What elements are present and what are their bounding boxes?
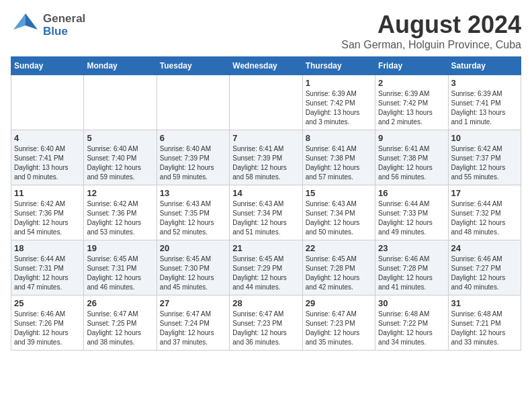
day-info: Sunrise: 6:47 AM Sunset: 7:23 PM Dayligh…	[232, 310, 299, 347]
day-number: 14	[232, 188, 299, 198]
day-number: 12	[87, 188, 153, 198]
day-number: 29	[306, 298, 372, 308]
day-info: Sunrise: 6:41 AM Sunset: 7:39 PM Dayligh…	[232, 144, 299, 182]
day-number: 3	[451, 78, 518, 88]
calendar-cell: 17Sunrise: 6:44 AM Sunset: 7:32 PM Dayli…	[448, 185, 521, 240]
day-number: 6	[160, 133, 226, 143]
day-info: Sunrise: 6:39 AM Sunset: 7:41 PM Dayligh…	[451, 89, 518, 127]
day-info: Sunrise: 6:46 AM Sunset: 7:27 PM Dayligh…	[451, 255, 518, 292]
logo-icon	[11, 11, 40, 40]
day-info: Sunrise: 6:40 AM Sunset: 7:40 PM Dayligh…	[87, 144, 153, 182]
page-header: General Blue August 2024 San German, Hol…	[11, 11, 521, 51]
day-number: 30	[378, 298, 445, 308]
day-info: Sunrise: 6:46 AM Sunset: 7:26 PM Dayligh…	[14, 310, 81, 347]
day-info: Sunrise: 6:43 AM Sunset: 7:34 PM Dayligh…	[306, 199, 372, 237]
day-info: Sunrise: 6:45 AM Sunset: 7:30 PM Dayligh…	[160, 255, 226, 292]
subtitle: San German, Holguin Province, Cuba	[341, 39, 521, 51]
calendar-cell	[84, 75, 157, 130]
calendar-cell: 20Sunrise: 6:45 AM Sunset: 7:30 PM Dayli…	[157, 240, 229, 295]
day-info: Sunrise: 6:46 AM Sunset: 7:28 PM Dayligh…	[378, 255, 445, 292]
calendar-cell: 10Sunrise: 6:42 AM Sunset: 7:37 PM Dayli…	[448, 130, 521, 185]
day-number: 26	[87, 298, 153, 308]
day-number: 8	[306, 133, 372, 143]
week-row-1: 1Sunrise: 6:39 AM Sunset: 7:42 PM Daylig…	[11, 75, 521, 130]
calendar-cell	[157, 75, 229, 130]
day-number: 2	[378, 78, 445, 88]
calendar-cell	[230, 75, 302, 130]
day-number: 20	[160, 243, 226, 253]
day-info: Sunrise: 6:45 AM Sunset: 7:28 PM Dayligh…	[306, 255, 372, 292]
day-number: 4	[14, 133, 81, 143]
day-info: Sunrise: 6:41 AM Sunset: 7:38 PM Dayligh…	[378, 144, 445, 182]
day-info: Sunrise: 6:41 AM Sunset: 7:38 PM Dayligh…	[306, 144, 372, 182]
day-number: 25	[14, 298, 81, 308]
calendar-cell: 22Sunrise: 6:45 AM Sunset: 7:28 PM Dayli…	[302, 240, 375, 295]
day-info: Sunrise: 6:40 AM Sunset: 7:39 PM Dayligh…	[160, 144, 226, 182]
day-info: Sunrise: 6:43 AM Sunset: 7:35 PM Dayligh…	[160, 199, 226, 237]
header-monday: Monday	[84, 57, 157, 75]
day-info: Sunrise: 6:40 AM Sunset: 7:41 PM Dayligh…	[14, 144, 81, 182]
day-info: Sunrise: 6:44 AM Sunset: 7:31 PM Dayligh…	[14, 255, 81, 292]
calendar-cell: 13Sunrise: 6:43 AM Sunset: 7:35 PM Dayli…	[157, 185, 229, 240]
calendar-cell: 11Sunrise: 6:42 AM Sunset: 7:36 PM Dayli…	[11, 185, 84, 240]
header-friday: Friday	[375, 57, 448, 75]
day-info: Sunrise: 6:47 AM Sunset: 7:25 PM Dayligh…	[87, 310, 153, 347]
week-row-2: 4Sunrise: 6:40 AM Sunset: 7:41 PM Daylig…	[11, 130, 521, 185]
calendar-cell: 2Sunrise: 6:39 AM Sunset: 7:42 PM Daylig…	[375, 75, 448, 130]
week-row-5: 25Sunrise: 6:46 AM Sunset: 7:26 PM Dayli…	[11, 295, 521, 351]
calendar-cell: 8Sunrise: 6:41 AM Sunset: 7:38 PM Daylig…	[302, 130, 375, 185]
calendar-cell: 25Sunrise: 6:46 AM Sunset: 7:26 PM Dayli…	[11, 295, 84, 351]
calendar-cell: 6Sunrise: 6:40 AM Sunset: 7:39 PM Daylig…	[157, 130, 229, 185]
calendar-cell: 9Sunrise: 6:41 AM Sunset: 7:38 PM Daylig…	[375, 130, 448, 185]
calendar-cell: 27Sunrise: 6:47 AM Sunset: 7:24 PM Dayli…	[157, 295, 229, 351]
calendar-cell: 1Sunrise: 6:39 AM Sunset: 7:42 PM Daylig…	[302, 75, 375, 130]
calendar-cell: 4Sunrise: 6:40 AM Sunset: 7:41 PM Daylig…	[11, 130, 84, 185]
calendar-cell: 7Sunrise: 6:41 AM Sunset: 7:39 PM Daylig…	[230, 130, 302, 185]
day-number: 22	[306, 243, 372, 253]
calendar-cell: 23Sunrise: 6:46 AM Sunset: 7:28 PM Dayli…	[375, 240, 448, 295]
day-number: 31	[451, 298, 518, 308]
day-info: Sunrise: 6:44 AM Sunset: 7:33 PM Dayligh…	[378, 199, 445, 237]
calendar-cell: 14Sunrise: 6:43 AM Sunset: 7:34 PM Dayli…	[230, 185, 302, 240]
week-row-3: 11Sunrise: 6:42 AM Sunset: 7:36 PM Dayli…	[11, 185, 521, 240]
day-number: 7	[232, 133, 299, 143]
day-info: Sunrise: 6:47 AM Sunset: 7:23 PM Dayligh…	[306, 310, 372, 347]
calendar-cell: 26Sunrise: 6:47 AM Sunset: 7:25 PM Dayli…	[84, 295, 157, 351]
calendar-cell	[11, 75, 84, 130]
day-number: 11	[14, 188, 81, 198]
day-number: 15	[306, 188, 372, 198]
logo-blue: Blue	[43, 26, 85, 38]
calendar-cell: 24Sunrise: 6:46 AM Sunset: 7:27 PM Dayli…	[448, 240, 521, 295]
calendar-header-row: SundayMondayTuesdayWednesdayThursdayFrid…	[11, 57, 521, 75]
day-info: Sunrise: 6:39 AM Sunset: 7:42 PM Dayligh…	[306, 89, 372, 127]
day-number: 27	[160, 298, 226, 308]
calendar-cell: 15Sunrise: 6:43 AM Sunset: 7:34 PM Dayli…	[302, 185, 375, 240]
calendar-cell: 18Sunrise: 6:44 AM Sunset: 7:31 PM Dayli…	[11, 240, 84, 295]
day-info: Sunrise: 6:42 AM Sunset: 7:37 PM Dayligh…	[451, 144, 518, 182]
day-number: 28	[232, 298, 299, 308]
day-info: Sunrise: 6:44 AM Sunset: 7:32 PM Dayligh…	[451, 199, 518, 237]
day-number: 9	[378, 133, 445, 143]
day-number: 13	[160, 188, 226, 198]
day-number: 17	[451, 188, 518, 198]
calendar-cell: 30Sunrise: 6:48 AM Sunset: 7:22 PM Dayli…	[375, 295, 448, 351]
title-section: August 2024 San German, Holguin Province…	[341, 11, 521, 51]
calendar-cell: 5Sunrise: 6:40 AM Sunset: 7:40 PM Daylig…	[84, 130, 157, 185]
week-row-4: 18Sunrise: 6:44 AM Sunset: 7:31 PM Dayli…	[11, 240, 521, 295]
calendar-cell: 19Sunrise: 6:45 AM Sunset: 7:31 PM Dayli…	[84, 240, 157, 295]
day-info: Sunrise: 6:39 AM Sunset: 7:42 PM Dayligh…	[378, 89, 445, 127]
calendar-cell: 3Sunrise: 6:39 AM Sunset: 7:41 PM Daylig…	[448, 75, 521, 130]
day-info: Sunrise: 6:42 AM Sunset: 7:36 PM Dayligh…	[14, 199, 81, 237]
day-number: 24	[451, 243, 518, 253]
header-tuesday: Tuesday	[157, 57, 229, 75]
day-number: 23	[378, 243, 445, 253]
calendar-cell: 12Sunrise: 6:42 AM Sunset: 7:36 PM Dayli…	[84, 185, 157, 240]
header-wednesday: Wednesday	[230, 57, 302, 75]
day-number: 19	[87, 243, 153, 253]
day-info: Sunrise: 6:48 AM Sunset: 7:22 PM Dayligh…	[378, 310, 445, 347]
logo-text: General Blue	[43, 13, 85, 38]
day-number: 1	[306, 78, 372, 88]
day-info: Sunrise: 6:47 AM Sunset: 7:24 PM Dayligh…	[160, 310, 226, 347]
day-info: Sunrise: 6:42 AM Sunset: 7:36 PM Dayligh…	[87, 199, 153, 237]
header-saturday: Saturday	[448, 57, 521, 75]
